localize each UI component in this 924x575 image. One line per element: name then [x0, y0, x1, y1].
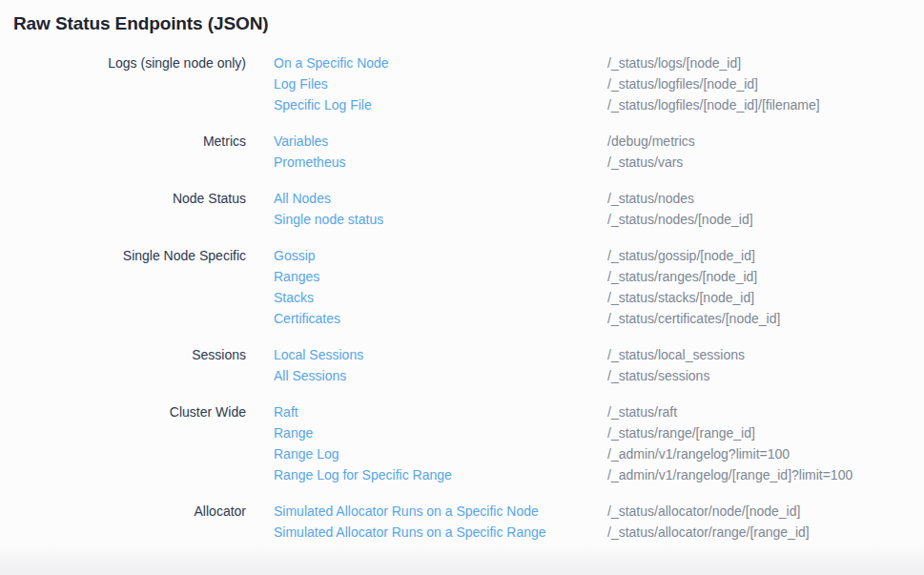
endpoint-path: /_admin/v1/rangelog/[range_id]?limit=100 [607, 464, 924, 485]
endpoint-path: /_status/logfiles/[node_id]/[filename] [607, 94, 924, 115]
endpoint-link[interactable]: Range Log [274, 443, 339, 464]
endpoint-link[interactable]: Log Files [274, 73, 328, 94]
endpoint-link[interactable]: Range Log for Specific Range [274, 464, 452, 485]
section-cluster-wide: Cluster Wide Raft Range Range Log Range … [0, 401, 924, 485]
links-column: On a Specific Node Log Files Specific Lo… [246, 52, 607, 115]
endpoint-sections: Logs (single node only) On a Specific No… [0, 52, 924, 543]
endpoint-link[interactable]: Variables [274, 131, 328, 152]
endpoint-path: /_status/local_sessions [607, 344, 924, 365]
links-column: Simulated Allocator Runs on a Specific N… [246, 501, 607, 543]
category-label: Allocator [0, 501, 246, 543]
endpoint-path: /_status/logs/[node_id] [607, 52, 924, 73]
endpoint-path: /_status/vars [607, 152, 924, 173]
links-column: Variables Prometheus [246, 131, 607, 173]
endpoint-path: /_status/logfiles/[node_id] [607, 73, 924, 94]
paths-column: /_status/allocator/node/[node_id] /_stat… [607, 501, 924, 543]
endpoint-link[interactable]: On a Specific Node [274, 52, 389, 73]
endpoint-path: /_status/ranges/[node_id] [607, 266, 924, 287]
endpoint-path: /_status/nodes [607, 188, 924, 209]
endpoint-path: /debug/metrics [607, 131, 924, 152]
paths-column: /_status/local_sessions /_status/session… [607, 344, 924, 386]
endpoint-link[interactable]: Gossip [274, 245, 316, 266]
section-single-node-specific: Single Node Specific Gossip Ranges Stack… [0, 245, 924, 329]
endpoint-link[interactable]: Simulated Allocator Runs on a Specific R… [274, 522, 546, 543]
endpoint-link[interactable]: Stacks [274, 287, 314, 308]
endpoint-link[interactable]: All Sessions [274, 365, 346, 386]
section-allocator: Allocator Simulated Allocator Runs on a … [0, 501, 924, 543]
endpoint-link[interactable]: Simulated Allocator Runs on a Specific N… [274, 501, 539, 522]
section-metrics: Metrics Variables Prometheus /debug/metr… [0, 131, 924, 173]
category-label: Metrics [0, 131, 246, 173]
section-sessions: Sessions Local Sessions All Sessions /_s… [0, 344, 924, 386]
endpoint-path: /_status/certificates/[node_id] [607, 308, 924, 329]
category-label: Sessions [0, 344, 246, 386]
paths-column: /_status/raft /_status/range/[range_id] … [607, 401, 924, 485]
endpoint-path: /_status/raft [607, 401, 924, 422]
category-label: Cluster Wide [0, 401, 246, 485]
endpoint-path: /_status/sessions [607, 365, 924, 386]
endpoint-link[interactable]: Range [274, 422, 313, 443]
links-column: Raft Range Range Log Range Log for Speci… [246, 401, 607, 485]
section-logs: Logs (single node only) On a Specific No… [0, 52, 924, 115]
endpoint-link[interactable]: Prometheus [274, 152, 345, 173]
page-title: Raw Status Endpoints (JSON) [13, 12, 924, 35]
category-label: Node Status [0, 188, 246, 230]
category-label: Single Node Specific [0, 245, 246, 329]
endpoint-path: /_status/allocator/node/[node_id] [607, 501, 924, 522]
category-label: Logs (single node only) [0, 52, 246, 115]
links-column: Gossip Ranges Stacks Certificates [246, 245, 607, 329]
endpoint-path: /_status/gossip/[node_id] [607, 245, 924, 266]
bottom-fade [0, 544, 924, 575]
endpoint-path: /_status/nodes/[node_id] [607, 209, 924, 230]
paths-column: /_status/nodes /_status/nodes/[node_id] [607, 188, 924, 230]
section-node-status: Node Status All Nodes Single node status… [0, 188, 924, 230]
endpoint-link[interactable]: All Nodes [274, 188, 331, 209]
endpoint-path: /_admin/v1/rangelog?limit=100 [607, 443, 924, 464]
endpoint-link[interactable]: Local Sessions [274, 344, 363, 365]
paths-column: /_status/gossip/[node_id] /_status/range… [607, 245, 924, 329]
links-column: All Nodes Single node status [246, 188, 607, 230]
endpoint-link[interactable]: Ranges [274, 266, 319, 287]
endpoint-path: /_status/stacks/[node_id] [607, 287, 924, 308]
endpoint-path: /_status/allocator/range/[range_id] [607, 522, 924, 543]
endpoint-path: /_status/range/[range_id] [607, 422, 924, 443]
paths-column: /debug/metrics /_status/vars [607, 131, 924, 173]
endpoint-link[interactable]: Single node status [274, 209, 383, 230]
endpoint-link[interactable]: Certificates [274, 308, 340, 329]
endpoint-link[interactable]: Raft [274, 401, 298, 422]
paths-column: /_status/logs/[node_id] /_status/logfile… [607, 52, 924, 115]
endpoint-link[interactable]: Specific Log File [274, 94, 372, 115]
links-column: Local Sessions All Sessions [246, 344, 607, 386]
